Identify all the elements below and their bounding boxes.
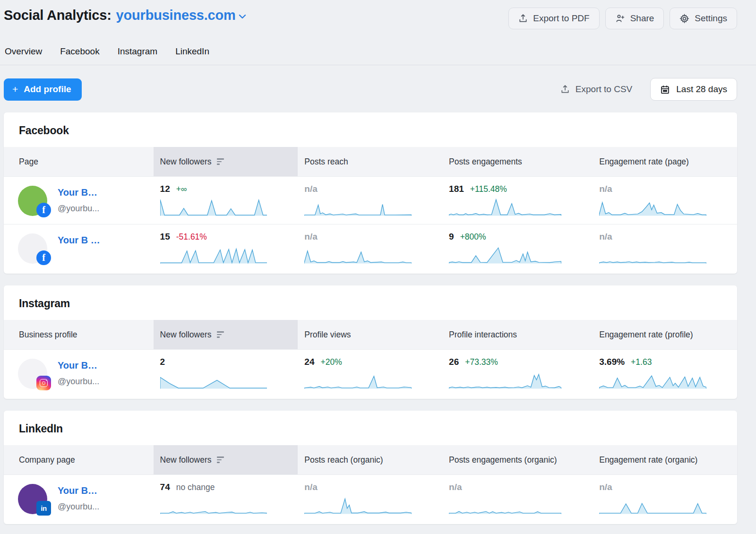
column-header-page: Page bbox=[4, 147, 154, 176]
avatar bbox=[18, 359, 47, 389]
sparkline-chart bbox=[449, 494, 561, 516]
page-title: Social Analytics: yourbusiness.com bbox=[4, 8, 246, 23]
metric-posts-engagements: 181+115.48% bbox=[442, 184, 593, 217]
column-header-new-followers[interactable]: New followers bbox=[154, 445, 298, 474]
profile-name-link[interactable]: Your B … bbox=[58, 235, 100, 246]
export-to-pdf-label: Export to PDF bbox=[533, 13, 589, 24]
metric-change: +∞ bbox=[176, 184, 187, 194]
metric-value: 181 bbox=[449, 184, 464, 194]
tab-overview[interactable]: Overview bbox=[5, 46, 42, 57]
column-header-posts-reach-organic[interactable]: Posts reach (organic) bbox=[298, 445, 442, 474]
metric-value: n/a bbox=[304, 232, 317, 242]
column-header-engagement-rate[interactable]: Engagement rate (page) bbox=[593, 147, 737, 176]
metric-value: n/a bbox=[599, 482, 612, 492]
metric-value: 24 bbox=[304, 357, 314, 367]
tabs-bar: Overview Facebook Instagram LinkedIn bbox=[0, 46, 756, 65]
metric-change: +1.63 bbox=[631, 357, 652, 367]
metric-value: n/a bbox=[449, 482, 462, 492]
sparkline-chart bbox=[160, 243, 267, 265]
table-row: Your B… @yourbu... 2 24+20% 26+73.33% 3.… bbox=[4, 349, 737, 397]
metric-posts-engagements-organic: n/a bbox=[442, 482, 593, 516]
avatar: in bbox=[18, 484, 47, 514]
export-to-csv-label: Export to CSV bbox=[576, 84, 632, 95]
tab-facebook[interactable]: Facebook bbox=[60, 46, 99, 57]
facebook-badge-icon: f bbox=[36, 203, 51, 217]
project-domain-dropdown[interactable]: yourbusiness.com bbox=[116, 8, 246, 23]
column-header-posts-reach[interactable]: Posts reach bbox=[298, 147, 442, 176]
column-header-engagement-rate-organic[interactable]: Engagement rate (organic) bbox=[593, 445, 737, 474]
profile-cell: f Your B… @yourbu... bbox=[4, 184, 154, 216]
project-domain-label: yourbusiness.com bbox=[116, 8, 236, 23]
metric-value: 9 bbox=[449, 232, 454, 242]
metric-change: no change bbox=[176, 482, 215, 492]
export-to-csv-button[interactable]: Export to CSV bbox=[560, 84, 632, 95]
plus-icon: + bbox=[12, 86, 18, 93]
sparkline-chart bbox=[449, 243, 561, 265]
metric-value: n/a bbox=[304, 184, 317, 194]
metric-engagement-rate: n/a bbox=[593, 232, 737, 265]
metric-value: 26 bbox=[449, 357, 459, 367]
metric-change: +800% bbox=[460, 232, 486, 242]
table-row: f Your B… @yourbu... 12+∞ n/a 181+115.48… bbox=[4, 176, 737, 224]
avatar: f bbox=[18, 233, 47, 264]
sparkline-chart bbox=[304, 196, 412, 217]
export-to-pdf-button[interactable]: Export to PDF bbox=[508, 8, 599, 29]
sort-descending-icon bbox=[217, 331, 224, 338]
column-header-engagement-rate[interactable]: Engagement rate (profile) bbox=[593, 320, 737, 349]
instagram-table-header: Business profile New followers Profile v… bbox=[4, 320, 737, 349]
section-title-facebook: Facebook bbox=[4, 112, 737, 147]
share-button[interactable]: Share bbox=[605, 8, 664, 29]
add-profile-button[interactable]: + Add profile bbox=[4, 78, 82, 101]
metric-new-followers: 12+∞ bbox=[154, 184, 298, 217]
metric-change: +115.48% bbox=[470, 184, 507, 194]
upload-icon bbox=[560, 85, 570, 94]
metric-change: -51.61% bbox=[176, 232, 207, 242]
sparkline-chart bbox=[304, 494, 412, 516]
column-header-new-followers[interactable]: New followers bbox=[154, 147, 298, 176]
sparkline-chart bbox=[599, 494, 706, 516]
column-header-profile-interactions[interactable]: Profile interactions bbox=[442, 320, 593, 349]
linkedin-badge-icon: in bbox=[36, 501, 51, 516]
metric-value: 12 bbox=[160, 184, 170, 194]
calendar-icon bbox=[660, 85, 670, 95]
avatar: f bbox=[18, 186, 47, 216]
upload-icon bbox=[518, 14, 528, 23]
tab-instagram[interactable]: Instagram bbox=[118, 46, 157, 57]
tab-linkedin[interactable]: LinkedIn bbox=[175, 46, 209, 57]
metric-posts-reach: n/a bbox=[298, 232, 442, 265]
metric-profile-views: 24+20% bbox=[298, 357, 442, 390]
settings-button[interactable]: Settings bbox=[670, 8, 737, 29]
page-title-text: Social Analytics: bbox=[4, 8, 112, 23]
column-header-business-profile: Business profile bbox=[4, 320, 154, 349]
share-label: Share bbox=[630, 13, 654, 24]
gear-icon bbox=[679, 14, 689, 24]
topbar: Social Analytics: yourbusiness.com Expor… bbox=[4, 0, 737, 29]
column-header-posts-engagements[interactable]: Posts engagements bbox=[442, 147, 593, 176]
metric-posts-reach-organic: n/a bbox=[298, 482, 442, 516]
instagram-badge-icon bbox=[36, 376, 51, 390]
column-header-new-followers[interactable]: New followers bbox=[154, 320, 298, 349]
sparkline-chart bbox=[599, 196, 706, 217]
profile-handle: @yourbu... bbox=[58, 204, 99, 214]
metric-change: +73.33% bbox=[465, 357, 498, 367]
facebook-section: Facebook Page New followers Posts reach … bbox=[4, 112, 737, 274]
profile-handle: @yourbu... bbox=[58, 377, 99, 387]
instagram-section: Instagram Business profile New followers… bbox=[4, 285, 737, 399]
metric-new-followers: 2 bbox=[154, 357, 298, 390]
column-header-company-page: Company page bbox=[4, 445, 154, 474]
profile-handle: @yourbu... bbox=[58, 502, 99, 512]
toolbar: + Add profile Export to CSV Last 28 days bbox=[4, 78, 737, 101]
sparkline-chart bbox=[449, 369, 561, 390]
column-header-posts-engagements-organic[interactable]: Posts engagements (organic) bbox=[442, 445, 593, 474]
profile-name-link[interactable]: Your B… bbox=[58, 187, 99, 198]
share-person-icon bbox=[615, 14, 625, 23]
date-range-button[interactable]: Last 28 days bbox=[650, 78, 737, 101]
column-header-profile-views[interactable]: Profile views bbox=[298, 320, 442, 349]
sparkline-chart bbox=[160, 196, 267, 217]
profile-name-link[interactable]: Your B… bbox=[58, 485, 99, 496]
social-analytics-page: Social Analytics: yourbusiness.com Expor… bbox=[0, 0, 756, 524]
profile-name-link[interactable]: Your B… bbox=[58, 360, 99, 371]
metric-value: 2 bbox=[160, 357, 165, 367]
section-title-instagram: Instagram bbox=[4, 285, 737, 320]
profile-cell: f Your B … bbox=[4, 232, 154, 264]
